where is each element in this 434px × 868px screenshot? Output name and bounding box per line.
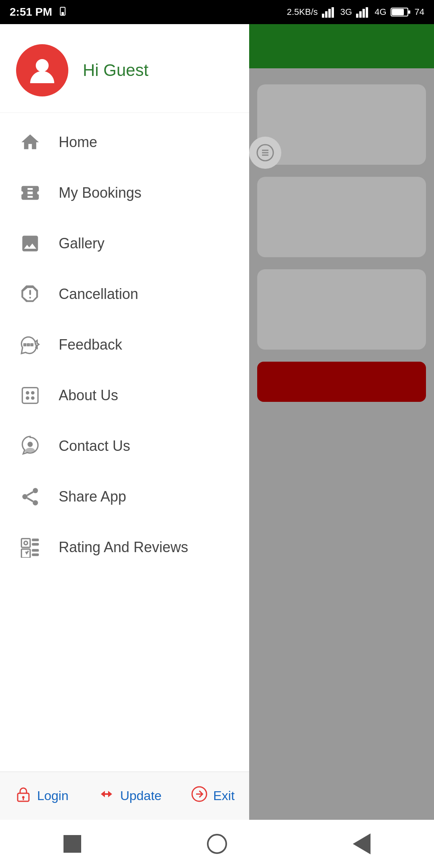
cancellation-icon xyxy=(16,280,44,308)
nav-back-button[interactable] xyxy=(350,832,374,856)
red-button-right xyxy=(257,362,426,402)
svg-point-30 xyxy=(24,541,28,545)
menu-item-gallery[interactable]: Gallery xyxy=(0,218,249,269)
contact-icon xyxy=(16,432,44,460)
svg-rect-5 xyxy=(61,12,64,15)
svg-point-17 xyxy=(36,59,49,72)
battery-level: 74 xyxy=(415,7,424,17)
exit-label: Exit xyxy=(213,788,234,803)
svg-point-23 xyxy=(28,442,33,447)
recent-icon xyxy=(63,835,81,853)
login-label: Login xyxy=(37,788,68,803)
back-icon xyxy=(353,833,371,854)
menu-label-my-bookings: My Bookings xyxy=(59,184,141,201)
svg-rect-6 xyxy=(322,14,324,18)
menu-item-rating-reviews[interactable]: Rating And Reviews xyxy=(0,522,249,573)
sort-circle-button xyxy=(249,137,281,169)
svg-point-21 xyxy=(26,396,29,400)
about-icon xyxy=(16,381,44,409)
svg-rect-9 xyxy=(332,7,334,18)
svg-rect-12 xyxy=(362,9,365,18)
svg-rect-29 xyxy=(21,538,30,547)
menu-label-cancellation: Cancellation xyxy=(59,286,138,303)
card-right-3 xyxy=(257,269,426,350)
exit-action[interactable]: Exit xyxy=(190,785,234,807)
svg-point-25 xyxy=(23,494,28,500)
menu-label-about-us: About Us xyxy=(59,387,118,404)
svg-rect-35 xyxy=(32,553,39,556)
network-3g: 3G xyxy=(340,7,352,17)
lock-icon xyxy=(14,785,32,807)
svg-rect-18 xyxy=(23,388,38,403)
menu-item-contact-us[interactable]: Contact Us xyxy=(0,421,249,471)
feedback-icon xyxy=(16,331,44,359)
svg-point-19 xyxy=(26,391,29,395)
menu-item-about-us[interactable]: About Us xyxy=(0,370,249,421)
update-action[interactable]: Update xyxy=(98,785,162,807)
menu-label-rating-reviews: Rating And Reviews xyxy=(59,539,188,556)
ticket-icon xyxy=(16,179,44,207)
menu-item-feedback[interactable]: Feedback xyxy=(0,319,249,370)
network-speed: 2.5KB/s xyxy=(287,7,318,17)
svg-point-37 xyxy=(22,796,25,798)
svg-point-24 xyxy=(33,488,38,493)
menu-item-share-app[interactable]: Share App xyxy=(0,471,249,522)
avatar xyxy=(16,44,68,96)
svg-line-28 xyxy=(27,492,33,495)
menu-item-home[interactable]: Home xyxy=(0,117,249,168)
status-time: 2:51 PM xyxy=(10,6,52,18)
menu-item-cancellation[interactable]: Cancellation xyxy=(0,269,249,319)
svg-rect-31 xyxy=(32,538,39,541)
menu-item-my-bookings[interactable]: My Bookings xyxy=(0,168,249,218)
svg-rect-15 xyxy=(408,10,410,14)
network-4g: 4G xyxy=(375,7,386,17)
menu-label-home: Home xyxy=(59,134,97,151)
update-label: Update xyxy=(120,788,162,803)
svg-rect-33 xyxy=(21,549,30,558)
svg-point-22 xyxy=(31,396,35,400)
menu-label-contact-us: Contact Us xyxy=(59,438,130,454)
status-bar: 2:51 PM 2.5KB/s 3G 4G 74 xyxy=(0,0,434,24)
svg-rect-11 xyxy=(359,11,362,18)
card-right-1 xyxy=(257,84,426,165)
bottom-bar: Login Update Exit xyxy=(0,772,249,820)
svg-rect-7 xyxy=(325,11,328,18)
login-action[interactable]: Login xyxy=(14,785,68,807)
app-green-header xyxy=(249,24,434,68)
svg-rect-16 xyxy=(392,9,404,15)
svg-rect-32 xyxy=(32,543,39,546)
home-nav-icon xyxy=(207,834,227,854)
menu-label-feedback: Feedback xyxy=(59,336,122,353)
svg-point-20 xyxy=(31,391,35,395)
svg-rect-10 xyxy=(356,14,358,18)
menu-list: Home My Bookings Gallery xyxy=(0,113,249,820)
drawer: Hi Guest Home My Bookings xyxy=(0,24,249,820)
system-nav-bar xyxy=(0,820,434,868)
share-icon xyxy=(16,483,44,511)
nav-home-button[interactable] xyxy=(205,832,229,856)
svg-rect-13 xyxy=(366,7,368,18)
menu-label-share-app: Share App xyxy=(59,488,126,505)
greeting-text: Hi Guest xyxy=(83,61,148,80)
home-icon xyxy=(16,128,44,156)
gallery-icon xyxy=(16,229,44,258)
update-icon xyxy=(98,785,115,807)
exit-icon xyxy=(190,785,208,807)
svg-rect-8 xyxy=(328,9,331,18)
card-right-2 xyxy=(257,177,426,257)
drawer-header: Hi Guest xyxy=(0,24,249,113)
nav-recent-button[interactable] xyxy=(60,832,84,856)
menu-label-gallery: Gallery xyxy=(59,235,104,252)
svg-rect-34 xyxy=(32,549,39,552)
rating-icon xyxy=(16,533,44,561)
svg-line-27 xyxy=(27,498,33,502)
svg-point-26 xyxy=(33,500,38,506)
